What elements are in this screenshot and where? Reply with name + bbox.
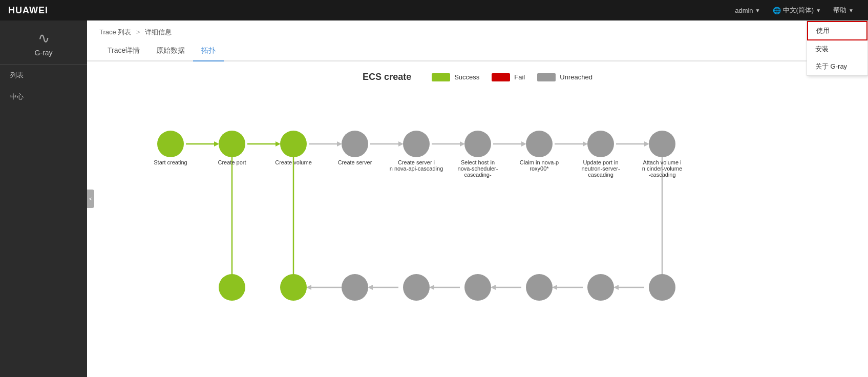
svg-marker-29 [429, 285, 434, 290]
label-create-server-nova-api-2: n nova-api-cascading [389, 165, 443, 172]
legend-fail-box [492, 73, 510, 81]
node-update-port[interactable] [587, 131, 614, 157]
topology-title: ECS create [363, 72, 411, 82]
chevron-left-icon: < [89, 196, 92, 202]
help-label: 帮助 [833, 6, 846, 15]
node-bottom-3[interactable] [280, 274, 307, 301]
sidebar-collapse-button[interactable]: < [87, 190, 94, 208]
top-navigation: HUAWEI admin ▼ 🌐 中文(简体) ▼ 帮助 ▼ 使用 安装 关于 … [0, 0, 868, 20]
main-content: Trace 列表 > 详细信息 Trace详情 原始数据 拓扑 ECS crea… [87, 20, 868, 377]
lang-label: 中文(简体) [783, 6, 814, 15]
g-ray-icon: ∿ [38, 30, 50, 47]
label-claim-nova-proxy-2: roxy00* [530, 165, 549, 172]
svg-marker-9 [460, 141, 465, 146]
lang-dropdown-arrow: ▼ [816, 8, 821, 13]
legend-success-box [432, 73, 450, 81]
node-select-host[interactable] [464, 131, 491, 157]
help-dropdown-menu: 使用 安装 关于 G-ray [807, 20, 868, 76]
node-bottom-7[interactable] [526, 274, 553, 301]
node-start-creating[interactable] [157, 131, 184, 157]
legend-unreached: Unreached [537, 73, 592, 81]
svg-marker-23 [613, 285, 619, 290]
label-create-server: Create server [337, 159, 372, 165]
topology-legend: Success Fail Unreached [432, 73, 592, 81]
node-create-port[interactable] [219, 131, 245, 157]
tabs-container: Trace详情 原始数据 拓扑 [87, 41, 868, 61]
topology-diagram: Start creating Create port Create volume… [119, 98, 836, 323]
sidebar: ∿ G-ray 列表 中心 < [0, 20, 87, 377]
label-attach-volume-2: n cinder-volume [642, 165, 682, 172]
svg-marker-7 [398, 141, 404, 146]
node-bottom-8[interactable] [587, 274, 614, 301]
tab-raw-data[interactable]: 原始数据 [148, 41, 193, 61]
svg-marker-13 [583, 141, 588, 146]
legend-success-label: Success [454, 73, 479, 81]
svg-marker-3 [276, 141, 281, 146]
label-create-volume: Create volume [275, 159, 312, 165]
admin-label: admin [735, 7, 753, 14]
topology-header: ECS create Success Fail Unreached [99, 72, 856, 82]
legend-fail: Fail [492, 73, 525, 81]
page-layout: ∿ G-ray 列表 中心 < Trace 列表 > 详细信息 Trace详情 … [0, 20, 868, 377]
svg-marker-33 [306, 285, 311, 290]
sidebar-logo-text: G-ray [35, 49, 53, 57]
dropdown-item-use[interactable]: 使用 [807, 21, 867, 40]
svg-marker-25 [552, 285, 557, 290]
node-bottom-4[interactable] [342, 274, 368, 301]
tab-topology[interactable]: 拓扑 [193, 41, 224, 61]
legend-unreached-box [537, 73, 556, 81]
sidebar-item-list[interactable]: 列表 [0, 65, 87, 86]
label-update-port-3: cascading [588, 172, 613, 178]
label-select-host: Select host in [460, 159, 494, 165]
dropdown-item-about[interactable]: 关于 G-ray [807, 58, 867, 75]
sidebar-nav: 列表 中心 [0, 65, 87, 108]
node-create-server[interactable] [342, 131, 368, 157]
label-create-server-nova-api: Create server i [397, 159, 434, 165]
lang-menu[interactable]: 🌐 中文(简体) ▼ [767, 0, 828, 20]
help-menu[interactable]: 帮助 ▼ [827, 0, 860, 20]
label-attach-volume-3: -cascading [648, 172, 675, 178]
node-attach-volume[interactable] [649, 131, 675, 157]
svg-marker-1 [214, 141, 219, 146]
node-bottom-9[interactable] [649, 274, 675, 301]
label-claim-nova-proxy: Claim in nova-p [519, 159, 558, 165]
label-start-creating: Start creating [154, 159, 187, 165]
breadcrumb-trace-list[interactable]: Trace 列表 [99, 28, 131, 36]
topology-container: ECS create Success Fail Unreached [87, 61, 868, 359]
label-update-port-2: neutron-server- [581, 165, 620, 172]
label-attach-volume: Attach volume i [643, 159, 681, 165]
svg-marker-15 [644, 141, 649, 146]
top-nav-right: admin ▼ 🌐 中文(简体) ▼ 帮助 ▼ [729, 0, 860, 20]
sidebar-logo: ∿ G-ray [0, 20, 87, 65]
label-select-host-2: nova-scheduler- [457, 165, 498, 172]
label-select-host-3: cascading- [464, 172, 492, 178]
globe-icon: 🌐 [773, 7, 781, 14]
breadcrumb-separator: > [136, 28, 140, 36]
brand-logo: HUAWEI [8, 5, 48, 16]
node-bottom-2[interactable] [219, 274, 245, 301]
dropdown-item-install[interactable]: 安装 [807, 40, 867, 58]
label-create-port: Create port [218, 159, 246, 165]
label-update-port: Update port in [583, 159, 618, 165]
admin-menu[interactable]: admin ▼ [729, 0, 766, 20]
node-bottom-5[interactable] [403, 274, 430, 301]
node-create-server-nova-api[interactable] [403, 131, 430, 157]
breadcrumb: Trace 列表 > 详细信息 [87, 20, 868, 41]
tab-trace-detail[interactable]: Trace详情 [99, 41, 148, 61]
legend-fail-label: Fail [514, 73, 525, 81]
admin-dropdown-arrow: ▼ [755, 8, 760, 13]
breadcrumb-detail: 详细信息 [145, 28, 172, 36]
svg-marker-11 [521, 141, 526, 146]
svg-marker-31 [368, 285, 373, 290]
svg-marker-5 [337, 141, 342, 146]
sidebar-item-center[interactable]: 中心 [0, 86, 87, 108]
help-dropdown-arrow: ▼ [849, 8, 854, 13]
svg-marker-27 [491, 285, 496, 290]
node-create-volume[interactable] [280, 131, 307, 157]
node-bottom-6[interactable] [464, 274, 491, 301]
node-claim-nova-proxy[interactable] [526, 131, 553, 157]
legend-success: Success [432, 73, 479, 81]
legend-unreached-label: Unreached [560, 73, 592, 81]
